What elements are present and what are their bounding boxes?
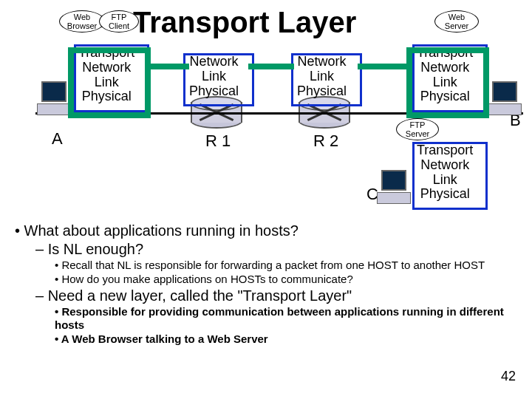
- web-server-label: WebServer: [434, 10, 479, 33]
- slide-title: Transport Layer: [133, 6, 356, 39]
- layer-physical: Physical: [78, 89, 134, 104]
- transport-path: [483, 47, 489, 118]
- transport-path: [68, 47, 74, 118]
- transport-path: [68, 112, 151, 118]
- bullet-q1a: – Is NL enough?: [35, 240, 517, 259]
- layer-network: Network: [78, 61, 134, 75]
- computer-icon: [37, 81, 71, 115]
- computer-icon: [377, 170, 411, 204]
- layer-link: Link: [189, 69, 239, 84]
- transport-path: [145, 64, 189, 69]
- host-b-stack: Transport Network Link Physical: [417, 46, 473, 104]
- bullet-q1b-quote: "Transport Layer": [238, 287, 352, 304]
- page-number: 42: [501, 369, 516, 384]
- transport-path: [248, 64, 294, 69]
- layer-link: Link: [78, 75, 134, 90]
- router2-stack: Network Link Physical: [297, 55, 347, 98]
- bullet-q1b: – Need a new layer, called the "Transpor…: [35, 287, 517, 305]
- bullet-q1b-pre: – Need a new layer, called the: [35, 287, 238, 304]
- node-a-label: A: [52, 129, 63, 149]
- layer-link: Link: [417, 173, 473, 188]
- web-browser-label: WebBrowser: [59, 10, 105, 33]
- transport-path: [358, 64, 412, 69]
- bullet-q1b1: • Responsible for providing communicatio…: [55, 305, 517, 333]
- layer-network: Network: [417, 158, 473, 173]
- transport-path: [406, 112, 489, 118]
- layer-physical: Physical: [417, 89, 473, 104]
- host-a-stack: Transport Network Link Physical: [78, 46, 134, 104]
- router1-stack: Network Link Physical: [189, 55, 239, 98]
- layer-transport: Transport: [417, 143, 473, 158]
- layer-link: Link: [297, 69, 347, 84]
- ftp-client-label: FTPClient: [99, 10, 139, 33]
- layer-link: Link: [417, 75, 473, 90]
- layer-physical: Physical: [297, 84, 347, 99]
- host-c-stack: Transport Network Link Physical: [417, 143, 473, 202]
- layer-network: Network: [417, 61, 473, 75]
- layer-physical: Physical: [417, 187, 473, 202]
- bullet-q1a2: • How do you make applications on HOSTs …: [55, 273, 517, 287]
- layer-network: Network: [297, 55, 347, 69]
- transport-path: [68, 47, 151, 53]
- transport-path: [145, 47, 151, 118]
- bullet-block: • What about applications running in hos…: [15, 222, 517, 347]
- router1-label: R 1: [205, 132, 231, 151]
- bullet-q1a1: • Recall that NL is responsible for forw…: [55, 259, 517, 273]
- computer-icon: [488, 81, 522, 115]
- router2-label: R 2: [313, 132, 338, 151]
- transport-path: [406, 47, 489, 53]
- bullet-q1: • What about applications running in hos…: [15, 222, 517, 240]
- layer-physical: Physical: [189, 84, 239, 99]
- ftp-server-label: FTPServer: [396, 118, 439, 140]
- bullet-q1b2: • A Web Browser talking to a Web Server: [55, 332, 517, 347]
- transport-path: [406, 47, 412, 118]
- layer-network: Network: [189, 55, 239, 69]
